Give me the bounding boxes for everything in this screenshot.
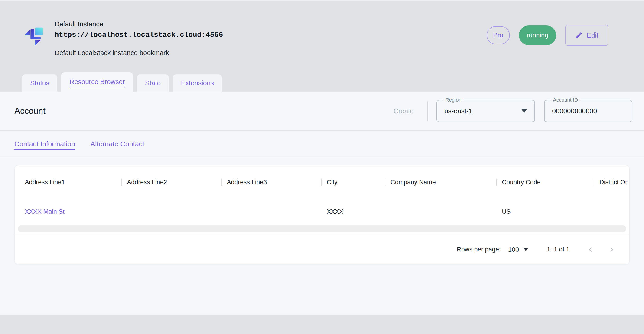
localstack-logo-icon xyxy=(22,24,48,50)
account-toolbar: Account Create Region us-east-1 Account … xyxy=(0,92,644,131)
chevron-down-icon xyxy=(522,109,527,113)
column-header-company-name[interactable]: Company Name xyxy=(385,179,496,186)
account-id-field[interactable]: Account ID 000000000000 xyxy=(544,100,632,122)
cell-city: XXXX xyxy=(321,208,385,215)
account-subtab-bar: Contact Information Alternate Contact xyxy=(0,131,644,157)
instance-header: Default Instance https://localhost.local… xyxy=(0,1,644,53)
horizontal-scrollbar xyxy=(18,225,626,233)
column-header-address-line3[interactable]: Address Line3 xyxy=(221,179,321,186)
tab-status[interactable]: Status xyxy=(22,74,57,92)
account-id-value: 000000000000 xyxy=(552,107,597,115)
next-page-button[interactable] xyxy=(606,244,617,255)
subtab-contact-information[interactable]: Contact Information xyxy=(14,140,75,148)
region-select-label: Region xyxy=(443,97,464,103)
pagination-bar: Rows per page: 100 1–1 of 1 xyxy=(15,234,629,264)
chevron-right-icon xyxy=(607,245,616,254)
toolbar-divider xyxy=(427,101,428,121)
column-header-address-line1[interactable]: Address Line1 xyxy=(19,179,122,186)
column-header-city[interactable]: City xyxy=(321,179,385,186)
instance-subtitle: Default LocalStack instance bookmark xyxy=(54,49,223,57)
pagination-range: 1–1 of 1 xyxy=(547,246,570,253)
instance-info: Default Instance https://localhost.local… xyxy=(22,20,223,57)
column-header-address-line2[interactable]: Address Line2 xyxy=(122,179,221,186)
caret-down-icon xyxy=(524,248,528,251)
status-badge: running xyxy=(519,25,556,45)
table-row[interactable]: XXXX Main St XXXX US xyxy=(15,199,629,224)
subtab-alternate-contact[interactable]: Alternate Contact xyxy=(90,140,144,148)
edit-button-label: Edit xyxy=(587,31,598,39)
resource-browser-panel: Account Create Region us-east-1 Account … xyxy=(0,92,644,315)
chevron-left-icon xyxy=(586,245,595,254)
horizontal-scrollbar-thumb[interactable] xyxy=(18,225,626,232)
contact-information-card: Address Line1 Address Line2 Address Line… xyxy=(14,165,630,264)
pencil-icon xyxy=(575,31,583,39)
column-header-country-code[interactable]: Country Code xyxy=(496,179,594,186)
region-select[interactable]: Region us-east-1 xyxy=(436,100,535,122)
pagination-controls xyxy=(585,244,617,255)
account-id-label: Account ID xyxy=(551,97,580,103)
instance-tab-bar: Status Resource Browser State Extensions xyxy=(22,72,644,92)
create-button[interactable]: Create xyxy=(394,107,414,115)
instance-actions: Pro running Edit xyxy=(486,24,608,46)
instance-text-block: Default Instance https://localhost.local… xyxy=(54,20,223,57)
edit-button[interactable]: Edit xyxy=(565,24,608,46)
table-content-area: Address Line1 Address Line2 Address Line… xyxy=(0,157,644,264)
instance-url: https://localhost.localstack.cloud:4566 xyxy=(54,31,223,39)
column-header-district[interactable]: District Or xyxy=(594,179,629,186)
previous-page-button[interactable] xyxy=(585,244,596,255)
instance-title: Default Instance xyxy=(54,20,223,28)
cell-country-code: US xyxy=(496,208,594,215)
region-select-value: us-east-1 xyxy=(444,107,472,115)
tab-extensions[interactable]: Extensions xyxy=(173,74,222,92)
rows-per-page-label: Rows per page: xyxy=(457,246,501,253)
tab-resource-browser[interactable]: Resource Browser xyxy=(61,72,133,92)
cell-address-line1-link[interactable]: XXXX Main St xyxy=(19,208,122,215)
page-title: Account xyxy=(14,106,46,116)
rows-per-page-value: 100 xyxy=(508,246,519,253)
tab-state[interactable]: State xyxy=(137,74,169,92)
table-header-row: Address Line1 Address Line2 Address Line… xyxy=(15,166,629,199)
pro-badge: Pro xyxy=(486,26,510,44)
rows-per-page-select[interactable]: 100 xyxy=(508,246,528,253)
